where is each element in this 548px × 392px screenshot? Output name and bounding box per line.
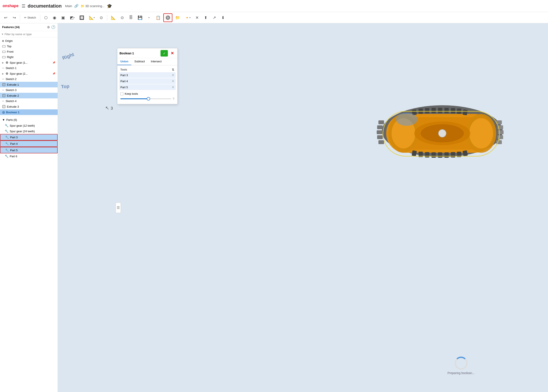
grad-icon[interactable]: 🎓 [107, 3, 112, 9]
parts-header[interactable]: ▼ Parts (6) [0, 117, 58, 123]
sort-icon[interactable]: ⇅ [172, 68, 174, 71]
slider-thumb[interactable] [147, 97, 150, 101]
origin-dot-icon [2, 40, 4, 42]
bool-cancel-button[interactable]: ✕ [169, 50, 175, 56]
feature-item-spur2[interactable]: ▶ ⚙ Spur gear (2... 📌 [0, 71, 58, 76]
tb-dropdown-2[interactable]: 📐 ▾ [87, 13, 97, 22]
plane-icon-front [2, 50, 6, 53]
add-feature-icon[interactable]: ⊕ [47, 25, 50, 29]
part3-label: Part 3 [10, 136, 18, 139]
tab-union[interactable]: Union [117, 58, 131, 65]
tb-folder-button[interactable]: 📁 [173, 13, 182, 22]
tool-item-part4[interactable]: Part 4 ✕ [119, 78, 176, 84]
part-item-spur12[interactable]: 🔧 Spur gear (12 teeth) [0, 123, 58, 128]
keep-tools-checkbox[interactable] [120, 92, 123, 95]
boolean-dialog: Boolean 1 ✓ ✕ Union Subtract Intersect T… [117, 48, 178, 104]
sketch-label: Sketch [28, 16, 36, 19]
bool-dialog-header: Boolean 1 ✓ ✕ [117, 48, 177, 58]
feature-item-top[interactable]: Top [0, 44, 58, 49]
help-icon[interactable]: ? [173, 97, 174, 101]
tb-save-button[interactable]: 💾 [136, 13, 144, 22]
tool-part3-remove-button[interactable]: ✕ [172, 73, 174, 77]
pencil-icon-1: ✏ [2, 67, 4, 70]
feature-item-extrude1[interactable]: Extrude 1 [0, 82, 58, 87]
svg-rect-50 [379, 140, 384, 144]
feature-item-sketch2[interactable]: ✏ Sketch 2 [0, 76, 58, 82]
svg-point-22 [438, 129, 446, 137]
construct-icon: ⬡ [44, 15, 48, 20]
redo-button[interactable]: ↪ [10, 13, 18, 22]
feature-item-right[interactable]: Right [0, 54, 58, 60]
bool-dialog-title: Boolean 1 [119, 52, 159, 55]
boolean-feat-icon: ◎ [2, 111, 5, 114]
tb-upload-button[interactable]: ⬆ [202, 13, 210, 22]
pencil-icon: ✏ [24, 16, 27, 19]
toolbar-separator-3 [107, 15, 107, 21]
pin-icon-1: 📌 [52, 61, 56, 64]
shape-icon: ◩ [70, 15, 74, 20]
bool-confirm-button[interactable]: ✓ [161, 50, 168, 56]
spur1-label: Spur gear (1... [10, 61, 28, 64]
tool-item-part3[interactable]: Part 3 ✕ [119, 72, 176, 78]
tool-item-part5[interactable]: Part 5 ✕ [119, 84, 176, 90]
svg-rect-44 [498, 135, 503, 139]
tb-insert-button[interactable]: 🗄 [127, 13, 135, 22]
feature-list: Origin Top Front Right ▶ ⚙ Spur gear (1.… [0, 37, 58, 392]
slider-track[interactable] [120, 98, 171, 99]
viewport[interactable]: Right Top ↖ 3 [58, 23, 548, 392]
feature-item-sketch1[interactable]: ✏ Sketch 1 [0, 65, 58, 71]
tb-revolve-button[interactable]: 🔲 [77, 13, 86, 22]
feature-item-spur1[interactable]: ▶ ⚙ Spur gear (1... 📌 [0, 60, 58, 65]
tb-export-button[interactable]: ↗ [211, 13, 218, 22]
part-item-part4[interactable]: 🔧 Part 4 [0, 140, 58, 147]
tb-construct-button[interactable]: ⬡ [42, 13, 50, 22]
tool-part5-remove-button[interactable]: ✕ [172, 85, 174, 89]
origin-label: Origin [5, 39, 13, 42]
link-icon[interactable]: 🔗 [74, 4, 78, 8]
undo-button[interactable]: ↩ [2, 13, 9, 22]
tb-table-button[interactable]: 📐 [109, 13, 118, 22]
tb-list-button[interactable]: 📋 [154, 13, 162, 22]
collapse-panel-button[interactable]: ☰ [116, 203, 121, 213]
tb-close-button[interactable]: ✕ [193, 13, 201, 22]
part-item-part5[interactable]: 🔧 Part 5 [0, 147, 58, 153]
tool-part4-remove-button[interactable]: ✕ [172, 79, 174, 83]
svg-rect-2 [2, 56, 5, 58]
svg-point-52 [396, 113, 417, 126]
tb-boolean-button[interactable]: ⊙ [98, 13, 105, 22]
tb-refine-button[interactable]: ◉ [51, 13, 58, 22]
part-item-spur24[interactable]: 🔧 Spur gear (24 teeth) [0, 128, 58, 134]
search-icon: ▾ [2, 32, 3, 36]
history-icon[interactable]: 🕐 [51, 25, 56, 29]
parts-section: ▼ Parts (6) 🔧 Spur gear (12 teeth) 🔧 Spu… [0, 117, 58, 159]
tb-active-button[interactable]: 🔘 [163, 13, 172, 22]
part-item-part3[interactable]: 🔧 Part 3 [0, 134, 58, 140]
tb-extrude-button[interactable]: ▣ [59, 13, 67, 22]
tab-subtract[interactable]: Subtract [131, 58, 148, 65]
tb-download-button[interactable]: ⬇ [219, 13, 227, 22]
features-icons: ⊕ 🕐 [47, 25, 56, 29]
feature-item-sketch4[interactable]: ✏ Sketch 4 [0, 98, 58, 104]
tab-intersect[interactable]: Intersect [148, 58, 165, 65]
tb-dropdown-4[interactable]: 🔸 ▾ [183, 13, 192, 22]
download-icon: ⬇ [221, 15, 225, 20]
list-icon: 📋 [156, 15, 161, 20]
tb-section-button[interactable]: ⊙ [119, 13, 126, 22]
tb-dropdown-3[interactable]: ▾ [145, 13, 153, 22]
sketch-button[interactable]: ✏ Sketch [22, 13, 38, 22]
feature-item-origin[interactable]: Origin [0, 38, 58, 44]
expand-icon-1[interactable]: ▶ [2, 62, 4, 64]
folder-link[interactable]: 📁 3D scanning... [81, 4, 105, 8]
hamburger-menu[interactable]: ☰ [21, 3, 25, 9]
feature-item-front[interactable]: Front [0, 49, 58, 54]
expand-icon-2[interactable]: ▶ [2, 72, 4, 75]
app-logo: onshape [3, 4, 19, 8]
tb-dropdown-1[interactable]: ◩ ▾ [68, 13, 77, 22]
feature-item-extrude3[interactable]: Extrude 3 [0, 104, 58, 109]
search-input[interactable] [5, 33, 56, 36]
part-item-part6[interactable]: 🔧 Part 6 [0, 153, 58, 159]
svg-rect-40 [463, 150, 468, 156]
feature-item-extrude2[interactable]: Extrude 2 [0, 93, 58, 98]
feature-item-boolean1[interactable]: ◎ Boolean 1 [0, 109, 58, 115]
feature-item-sketch3[interactable]: ✏ Sketch 3 [0, 87, 58, 93]
